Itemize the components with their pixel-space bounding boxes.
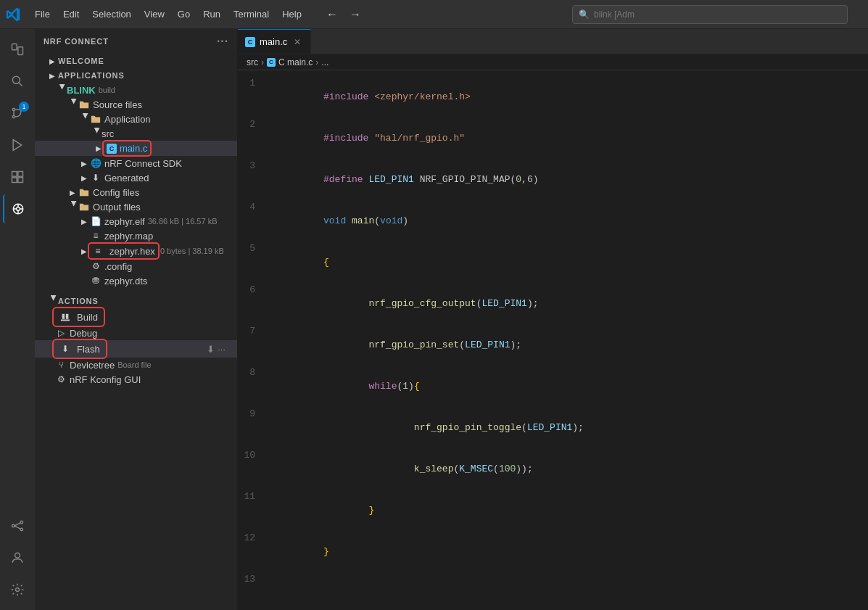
code-line-8: 8 while(1){: [238, 366, 868, 407]
line-content-10: k_sleep(K_MSEC(100));: [267, 448, 868, 490]
back-button[interactable]: ←: [322, 4, 342, 25]
applications-label: APPLICATIONS: [58, 71, 125, 80]
code-line-13: 13: [238, 572, 868, 586]
nrf-kconfig-label: nRF Kconfig GUI: [70, 374, 141, 385]
sidebar-item-nrf-sdk[interactable]: ▶ 🌐 nRF Connect SDK: [35, 156, 237, 170]
menu-edit[interactable]: Edit: [57, 6, 85, 22]
sidebar-item-blink[interactable]: ▶ BLINK build: [35, 83, 237, 97]
activity-account[interactable]: [3, 543, 32, 572]
line-content-6: nrf_gpio_cfg_output(LED_PIN1);: [267, 283, 868, 324]
generated-label: Generated: [104, 173, 149, 184]
zephyr-elf-arrow: ▶: [78, 215, 90, 227]
tab-close-button[interactable]: ✕: [292, 36, 303, 48]
svg-point-26: [16, 588, 20, 592]
zephyr-hex-info: 0 bytes | 38.19 kB: [160, 247, 224, 255]
sidebar-item-zephyr-map[interactable]: ≡ zephyr.map: [35, 228, 237, 243]
breadcrumb-c-icon: C: [267, 58, 276, 67]
zephyr-hex-label: zephyr.hex: [109, 246, 155, 257]
line-content-12: }: [267, 531, 868, 572]
tab-main-c[interactable]: C main.c ✕: [238, 29, 311, 54]
sidebar-item-application[interactable]: ▶ Application: [35, 112, 237, 126]
code-line-11: 11 }: [238, 490, 868, 531]
activity-settings[interactable]: [3, 575, 32, 604]
sidebar-item-zephyr-dts[interactable]: ⛃ zephyr.dts: [35, 273, 237, 288]
build-label-text: Build: [77, 312, 98, 323]
sidebar-item-nrf-kconfig[interactable]: ⚙ nRF Kconfig GUI: [35, 372, 237, 387]
folder-config-icon: [78, 186, 90, 198]
sidebar-item-applications[interactable]: ▶ APPLICATIONS: [35, 68, 237, 83]
activity-search[interactable]: [3, 67, 32, 96]
sidebar-item-source-files[interactable]: ▶ Source files: [35, 97, 237, 112]
menu-view[interactable]: View: [139, 6, 170, 22]
actions-label: ACTIONS: [58, 297, 99, 305]
elf-icon: 📄: [90, 215, 102, 227]
application-label: Application: [104, 114, 151, 125]
zephyr-map-label: zephyr.map: [104, 231, 153, 242]
svg-rect-11: [18, 172, 23, 177]
sidebar-item-output-files[interactable]: ▶ Output files: [35, 199, 237, 214]
tab-filename: main.c: [260, 36, 287, 47]
sidebar-item-main-c[interactable]: ▶ C main.c: [35, 141, 237, 156]
debug-label: Debug: [70, 328, 97, 339]
flash-more-icon[interactable]: ···: [218, 344, 226, 355]
code-editor[interactable]: 1 #include <zephyr/kernel.h> 2 #include …: [238, 70, 868, 610]
sidebar-item-build[interactable]: Build: [35, 308, 237, 326]
menu-terminal[interactable]: Terminal: [228, 6, 275, 22]
sidebar-more-options[interactable]: ···: [217, 35, 228, 48]
sidebar-item-welcome[interactable]: ▶ WELCOME: [35, 54, 237, 68]
nrf-sdk-arrow: ▶: [78, 157, 90, 169]
sidebar-item-config-files[interactable]: ▶ Config files: [35, 185, 237, 199]
zephyr-elf-label: zephyr.elf: [104, 216, 145, 227]
svg-point-25: [15, 553, 20, 558]
sidebar-item-devicetree[interactable]: ⑂ Devicetree Board file: [35, 358, 237, 372]
line-num-12: 12: [238, 531, 267, 545]
sidebar-item-flash[interactable]: ⬇ Flash ⬇ ···: [35, 340, 237, 358]
menu-go[interactable]: Go: [172, 6, 196, 22]
line-content-2: #include "hal/nrf_gpio.h": [267, 118, 868, 159]
svg-point-22: [20, 528, 22, 530]
sidebar-item-src[interactable]: ▶ src: [35, 126, 237, 141]
svg-point-2: [12, 76, 20, 83]
activity-nrf-connect[interactable]: [3, 194, 32, 223]
menu-file[interactable]: File: [29, 6, 56, 22]
welcome-arrow: ▶: [46, 55, 58, 67]
line-num-3: 3: [238, 159, 267, 173]
debug-icon: ▷: [55, 327, 67, 339]
activity-source-tree[interactable]: [3, 511, 32, 540]
svg-rect-0: [12, 44, 17, 50]
line-content-3: #define LED_PIN1 NRF_GPIO_PIN_MAP(0,6): [267, 159, 868, 200]
activity-source-control[interactable]: 1: [3, 99, 32, 128]
source-files-arrow: ▶: [67, 99, 78, 110]
menu-selection[interactable]: Selection: [86, 6, 136, 22]
line-content-7: nrf_gpio_pin_set(LED_PIN1);: [267, 324, 868, 366]
sidebar-item-zephyr-elf[interactable]: ▶ 📄 zephyr.elf 36.86 kB | 16.57 kB: [35, 214, 237, 228]
sidebar-item-generated[interactable]: ▶ ⬇ Generated: [35, 170, 237, 185]
code-line-7: 7 nrf_gpio_pin_set(LED_PIN1);: [238, 324, 868, 366]
svg-rect-1: [18, 47, 23, 55]
sidebar-item-debug[interactable]: ▷ Debug: [35, 326, 237, 340]
sidebar: NRF CONNECT ··· ▶ WELCOME ▶ APPLICATIONS…: [35, 29, 238, 610]
activity-extensions[interactable]: [3, 162, 32, 191]
code-line-12: 12 }: [238, 531, 868, 572]
sidebar-item-config[interactable]: ⚙ .config: [35, 259, 237, 273]
search-box[interactable]: 🔍: [572, 5, 848, 24]
flash-action-icon[interactable]: ⬇: [207, 344, 215, 355]
line-content-4: void main(void): [267, 200, 868, 242]
breadcrumb: src › C C main.c › ...: [238, 54, 868, 70]
activity-run[interactable]: [3, 131, 32, 160]
line-content-1: #include <zephyr/kernel.h>: [267, 76, 868, 118]
code-line-3: 3 #define LED_PIN1 NRF_GPIO_PIN_MAP(0,6): [238, 159, 868, 200]
forward-button[interactable]: →: [345, 4, 365, 25]
search-input[interactable]: [594, 9, 841, 20]
activity-explorer[interactable]: [3, 35, 32, 64]
applications-arrow: ▶: [46, 70, 58, 81]
menu-help[interactable]: Help: [276, 6, 307, 22]
breadcrumb-src: src: [247, 57, 258, 67]
code-line-6: 6 nrf_gpio_cfg_output(LED_PIN1);: [238, 283, 868, 324]
sidebar-item-zephyr-hex[interactable]: ▶ ≡ zephyr.hex 0 bytes | 38.19 kB: [35, 243, 237, 259]
svg-line-24: [15, 526, 20, 529]
menu-run[interactable]: Run: [197, 6, 226, 22]
tab-c-icon: C: [245, 37, 255, 47]
code-line-2: 2 #include "hal/nrf_gpio.h": [238, 118, 868, 159]
config-icon: ⚙: [90, 260, 102, 272]
